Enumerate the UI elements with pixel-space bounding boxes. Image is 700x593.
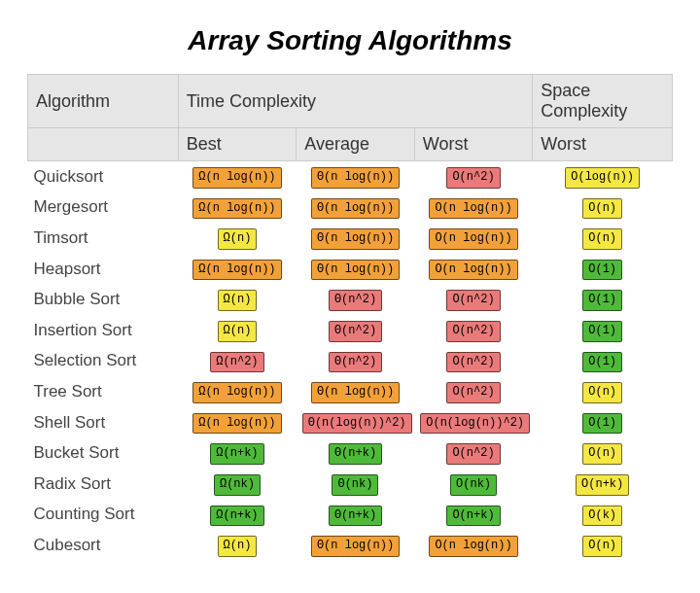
algorithm-name: Bubble Sort (28, 284, 179, 315)
table-row: Counting SortΩ(n+k)Θ(n+k)O(n+k)O(k) (28, 500, 673, 531)
complexity-chip: Ω(n+k) (210, 443, 263, 465)
complexity-chip: Θ(n+k) (329, 506, 382, 527)
col-header-worst: Worst (414, 128, 533, 161)
complexity-chip: Ω(n+k) (210, 506, 263, 527)
complexity-chip: O(n) (582, 198, 622, 220)
table-row: QuicksortΩ(n log(n))Θ(n log(n))O(n^2)O(l… (28, 161, 673, 192)
complexity-table: Algorithm Time Complexity Space Complexi… (27, 74, 673, 561)
space-cell: O(1) (533, 284, 673, 315)
complexity-chip: O(n) (582, 443, 622, 465)
table-row: Tree SortΩ(n log(n))Θ(n log(n))O(n^2)O(n… (28, 376, 673, 407)
avg-cell: Θ(n log(n)) (297, 254, 415, 285)
space-cell: O(1) (533, 254, 673, 285)
avg-cell: Θ(n log(n)) (297, 376, 415, 407)
complexity-chip: Θ(n(log(n))^2) (302, 413, 412, 435)
complexity-chip: O(1) (582, 413, 622, 435)
complexity-chip: Ω(n log(n)) (192, 198, 281, 220)
worst-cell: O(n log(n)) (414, 254, 533, 285)
algorithm-name: Cubesort (28, 530, 179, 561)
avg-cell: Θ(n(log(n))^2) (297, 407, 415, 438)
avg-cell: Θ(n log(n)) (297, 161, 415, 192)
table-row: MergesortΩ(n log(n))Θ(n log(n))O(n log(n… (28, 192, 673, 224)
avg-cell: Θ(n^2) (297, 346, 415, 377)
col-header-empty (28, 128, 179, 161)
complexity-chip: O(n) (582, 228, 622, 250)
space-cell: O(n) (533, 437, 673, 469)
best-cell: Ω(n+k) (178, 437, 297, 469)
algorithm-name: Radix Sort (28, 469, 179, 500)
best-cell: Ω(nk) (178, 469, 297, 500)
space-cell: O(log(n)) (533, 161, 673, 192)
complexity-chip: Ω(n log(n)) (192, 382, 281, 403)
complexity-chip: O(1) (582, 352, 622, 373)
complexity-chip: O(1) (582, 260, 622, 281)
complexity-chip: O(n log(n)) (429, 260, 517, 281)
complexity-chip: Θ(n log(n)) (311, 228, 400, 250)
col-header-space-worst: Worst (533, 128, 673, 161)
complexity-chip: O(n+k) (446, 506, 500, 527)
best-cell: Ω(n^2) (178, 346, 297, 377)
avg-cell: Θ(n^2) (297, 284, 415, 315)
complexity-chip: O(n^2) (446, 167, 500, 189)
best-cell: Ω(n log(n)) (178, 192, 297, 224)
worst-cell: O(n^2) (414, 346, 533, 377)
best-cell: Ω(n) (178, 530, 297, 561)
algorithm-name: Mergesort (28, 192, 179, 224)
worst-cell: O(n(log(n))^2) (414, 407, 533, 438)
col-header-time: Time Complexity (178, 75, 533, 128)
complexity-chip: Θ(n log(n)) (311, 536, 400, 557)
worst-cell: O(n log(n)) (414, 223, 533, 254)
col-header-best: Best (178, 128, 297, 161)
algorithm-name: Counting Sort (28, 500, 179, 531)
avg-cell: Θ(n^2) (297, 315, 415, 346)
complexity-chip: O(k) (582, 506, 622, 527)
space-cell: O(n) (533, 376, 673, 407)
best-cell: Ω(n+k) (178, 500, 297, 531)
algorithm-name: Selection Sort (28, 346, 179, 377)
complexity-chip: O(n^2) (446, 290, 500, 311)
table-row: Bucket SortΩ(n+k)Θ(n+k)O(n^2)O(n) (28, 437, 673, 469)
algorithm-name: Shell Sort (28, 407, 179, 438)
best-cell: Ω(n log(n)) (178, 376, 297, 407)
complexity-chip: Θ(n log(n)) (311, 167, 400, 189)
space-cell: O(1) (533, 346, 673, 377)
complexity-chip: O(n log(n)) (429, 536, 517, 557)
complexity-chip: O(n) (582, 536, 622, 557)
space-cell: O(1) (533, 407, 673, 438)
space-cell: O(n) (533, 530, 673, 561)
worst-cell: O(n+k) (414, 500, 533, 531)
table-row: Selection SortΩ(n^2)Θ(n^2)O(n^2)O(1) (28, 346, 673, 377)
table-row: CubesortΩ(n)Θ(n log(n))O(n log(n))O(n) (28, 530, 673, 561)
table-row: Radix SortΩ(nk)Θ(nk)O(nk)O(n+k) (28, 469, 673, 500)
algorithm-name: Tree Sort (28, 376, 179, 407)
complexity-chip: O(n^2) (446, 443, 500, 465)
best-cell: Ω(n) (178, 223, 297, 254)
algorithm-name: Bucket Sort (28, 437, 179, 469)
complexity-chip: Ω(n log(n)) (192, 413, 281, 435)
col-header-average: Average (297, 128, 415, 161)
avg-cell: Θ(n+k) (297, 437, 415, 469)
worst-cell: O(n log(n)) (414, 192, 533, 224)
complexity-chip: Θ(n^2) (329, 321, 382, 342)
complexity-chip: O(log(n)) (565, 167, 640, 189)
worst-cell: O(n^2) (414, 161, 533, 192)
worst-cell: O(n^2) (414, 437, 533, 469)
space-cell: O(1) (533, 315, 673, 346)
table-row: TimsortΩ(n)Θ(n log(n))O(n log(n))O(n) (28, 223, 673, 254)
complexity-chip: Θ(n log(n)) (311, 198, 400, 220)
table-row: Bubble SortΩ(n)Θ(n^2)O(n^2)O(1) (28, 284, 673, 315)
best-cell: Ω(n log(n)) (178, 161, 297, 192)
complexity-chip: Ω(n^2) (210, 352, 263, 373)
algorithm-name: Heapsort (28, 254, 179, 285)
complexity-chip: O(n log(n)) (429, 198, 517, 220)
complexity-chip: O(1) (582, 321, 622, 342)
table-row: Shell SortΩ(n log(n))Θ(n(log(n))^2)O(n(l… (28, 407, 673, 438)
best-cell: Ω(n) (178, 315, 297, 346)
complexity-chip: Ω(n log(n)) (192, 260, 281, 281)
avg-cell: Θ(nk) (297, 469, 415, 500)
complexity-chip: Ω(nk) (214, 474, 261, 496)
algorithm-name: Insertion Sort (28, 315, 179, 346)
complexity-chip: O(n^2) (446, 382, 500, 403)
complexity-chip: Ω(n log(n)) (192, 167, 281, 189)
avg-cell: Θ(n log(n)) (297, 223, 415, 254)
